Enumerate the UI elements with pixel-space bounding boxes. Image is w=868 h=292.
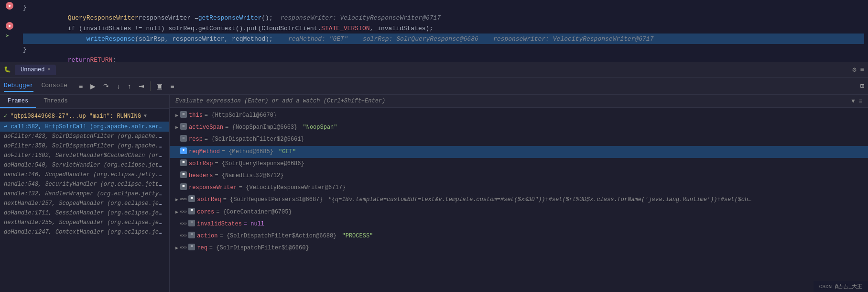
btn-step-into[interactable]: ↓: [115, 81, 122, 91]
breakpoint-icon-1[interactable]: ●: [6, 2, 13, 10]
watermark-text: CSDN @吉吉_大王: [819, 284, 862, 290]
btn-resume[interactable]: ▶: [88, 81, 98, 91]
var-reqmethod[interactable]: ▶ ● reqMethod = {Method@6685} "GET": [170, 146, 868, 158]
var-headers[interactable]: ▶ = headers = {NamedList$2@6712}: [170, 170, 868, 182]
eval-menu-btn[interactable]: ≡: [859, 98, 862, 104]
var-icon-reqmethod: ●: [180, 147, 187, 154]
debugger-toolbar: Debugger Console ≡ ▶ ↷ ↓ ↑ ⇥ ▣ ≡ ⊞: [0, 78, 868, 95]
var-invalidstates[interactable]: ▶ ∞∞ = invalidStates = null: [170, 218, 868, 230]
tab-label: Unnamed: [21, 67, 44, 73]
var-icon-cores: =: [188, 208, 195, 214]
expand-icon-activespan[interactable]: ▶: [175, 123, 178, 132]
var-cores[interactable]: ▶ ∞∞ = cores = {CoreContainer@6705}: [170, 206, 868, 218]
expand-icon-req[interactable]: ▶: [175, 244, 178, 252]
btn-step-over[interactable]: ↷: [101, 81, 111, 91]
tab-left: 🐛 Unnamed ×: [4, 65, 56, 75]
list-item[interactable]: doFilter:350, SolrDispatchFilter (org.ap…: [0, 141, 169, 151]
tab-close-button[interactable]: ×: [47, 67, 50, 72]
var-icon-this: =: [180, 111, 187, 118]
eval-placeholder[interactable]: Evaluate expression (Enter) or add a wat…: [175, 98, 385, 104]
panel-tab-threads[interactable]: Threads: [36, 95, 75, 108]
thread-row[interactable]: ✓ "qtp108449608-27"...up "main": RUNNING…: [0, 111, 169, 122]
list-item[interactable]: doFilter:1602, ServletHandler$CachedChai…: [0, 151, 169, 160]
var-activespan[interactable]: ▶ = activeSpan = {NoopSpanImpl@6663} "No…: [170, 122, 868, 134]
btn-step-out[interactable]: ↑: [126, 81, 133, 91]
list-item[interactable]: doHandle:1711, SessionHandler (org.eclip…: [0, 208, 169, 218]
menu-icon[interactable]: ≡: [860, 66, 864, 74]
expand-icon-this[interactable]: ▶: [175, 111, 178, 120]
frame-active-label: call:582, HttpSolrCall (org.apache.solr.…: [11, 124, 169, 130]
thread-name: "qtp108449608-27"...up "main": RUNNING: [10, 113, 141, 120]
list-item[interactable]: doHandle:540, ServletHandler (org.eclips…: [0, 160, 169, 170]
toolbar-tabs: Debugger Console: [4, 80, 67, 92]
infinity-icon-action: ∞∞: [180, 232, 186, 240]
var-icon-invalidstates: =: [188, 220, 195, 226]
var-icon-responsewriter: =: [180, 183, 187, 190]
eval-bar: Evaluate expression (Enter) or add a wat…: [170, 95, 868, 108]
var-icon-headers: =: [180, 171, 187, 178]
btn-run-to-cursor[interactable]: ⇥: [137, 81, 146, 91]
var-icon-req: =: [188, 244, 195, 250]
code-line-6: return RETURN ;: [23, 55, 864, 62]
var-solrreq[interactable]: ▶ ∞∞ = solrReq = {SolrRequestParsers$1@6…: [170, 194, 868, 206]
left-panel: Frames Threads ✓ "qtp108449608-27"...up …: [0, 95, 170, 292]
list-item[interactable]: nextHandle:257, ScopedHandler (org.eclip…: [0, 199, 169, 208]
separator: [150, 81, 151, 91]
var-responsewriter[interactable]: ▶ = responseWriter = {VelocityResponseWr…: [170, 182, 868, 194]
bottom-bar: CSDN @吉吉_大王: [814, 281, 868, 292]
list-item[interactable]: handle:132, HandlerWrapper (org.eclipse.…: [0, 189, 169, 199]
var-resp[interactable]: ▶ = resp = {SolrDispatchFilter$2@6661}: [170, 134, 868, 146]
infinity-icon-cores: ∞∞: [180, 208, 186, 216]
expand-icon-solrreq[interactable]: ▶: [175, 195, 178, 204]
list-item[interactable]: doFilter:423, SolrDispatchFilter (org.ap…: [0, 132, 169, 141]
frame-active[interactable]: ↩ call:582, HttpSolrCall (org.apache.sol…: [0, 122, 169, 132]
code-lines: } QueryResponseWriter responseWriter = g…: [19, 0, 868, 62]
var-icon-solrreq: =: [188, 195, 195, 202]
infinity-icon-solrreq: ∞∞: [180, 195, 186, 204]
btn-settings2[interactable]: ≡: [168, 81, 176, 91]
settings-icon[interactable]: ⚙: [852, 66, 856, 74]
list-item[interactable]: nextHandle:255, ScopedHandler (org.eclip…: [0, 218, 169, 227]
infinity-icon-req: ∞∞: [180, 244, 186, 252]
thread-check-icon: ✓: [4, 112, 7, 120]
frame-active-arrow: ↩: [4, 124, 11, 130]
var-this[interactable]: ▶ = this = {HttpSolrCall@6670}: [170, 110, 868, 122]
panel-tabs: Frames Threads: [0, 95, 169, 109]
eval-right-buttons: ▼ ≡: [850, 98, 862, 104]
expand-icon-cores[interactable]: ▶: [175, 208, 178, 216]
gutter: ● ● ➤: [0, 0, 19, 62]
code-line-5: }: [23, 44, 864, 55]
thread-filter-icon[interactable]: ▼: [144, 113, 147, 119]
tab-console[interactable]: Console: [41, 80, 67, 92]
var-solrrsp[interactable]: ▶ = solrRsp = {SolrQueryResponse@6686}: [170, 158, 868, 170]
var-action[interactable]: ▶ ∞∞ = action = {SolrDispatchFilter$Acti…: [170, 230, 868, 242]
var-icon-activespan: =: [180, 123, 187, 130]
var-icon-resp: =: [180, 135, 187, 142]
list-item[interactable]: handle:548, SecurityHandler (org.eclipse…: [0, 180, 169, 189]
var-icon-solrrsp: =: [180, 159, 187, 166]
var-req[interactable]: ▶ ∞∞ = req = {SolrDispatchFilter$1@6660}: [170, 242, 868, 254]
variables-list: ▶ = this = {HttpSolrCall@6670} ▶ = activ…: [170, 108, 868, 292]
btn-list[interactable]: ≡: [77, 81, 85, 91]
panel-tab-frames[interactable]: Frames: [0, 95, 36, 108]
right-panel: Evaluate expression (Enter) or add a wat…: [170, 95, 868, 292]
code-editor: ● ● ➤ } QueryResponseWriter responseWrit…: [0, 0, 868, 62]
list-item[interactable]: handle:146, ScopedHandler (org.eclipse.j…: [0, 170, 169, 180]
tab-debugger[interactable]: Debugger: [4, 80, 33, 92]
infinity-icon-invalidstates: ∞∞: [180, 220, 186, 228]
frames-list: ✓ "qtp108449608-27"...up "main": RUNNING…: [0, 109, 169, 292]
debug-icon: 🐛: [4, 66, 11, 73]
tab-unnamed[interactable]: Unnamed ×: [15, 65, 56, 75]
tab-right: ⚙ ≡: [852, 66, 864, 74]
code-line-2: QueryResponseWriter responseWriter = get…: [23, 12, 864, 23]
btn-frames[interactable]: ▣: [154, 81, 164, 91]
breakpoint-icon-2[interactable]: ●: [6, 22, 13, 30]
code-line-3: if (invalidStates != null) solrReq.getCo…: [23, 23, 864, 34]
debugger-main: Frames Threads ✓ "qtp108449608-27"...up …: [0, 95, 868, 292]
layout-icon[interactable]: ⊞: [860, 82, 864, 90]
list-item[interactable]: doHandle:1247, ContextHandler (org.eclip…: [0, 227, 169, 237]
code-line-4-highlighted: writeResponse (solrRsp, responseWriter, …: [23, 34, 864, 44]
eval-dropdown-btn[interactable]: ▼: [850, 98, 856, 104]
toolbar-buttons: ≡ ▶ ↷ ↓ ↑ ⇥ ▣ ≡: [77, 81, 176, 91]
code-line-1: }: [23, 2, 864, 12]
